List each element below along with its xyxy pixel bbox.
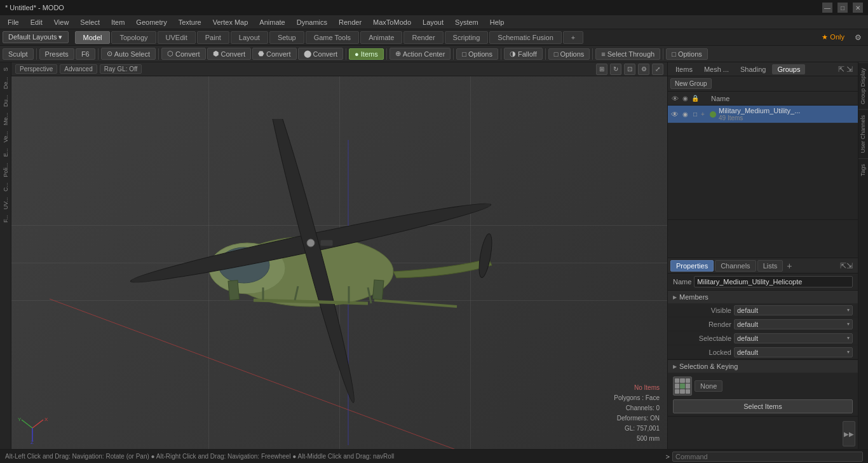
tb-f6[interactable]: F6 xyxy=(76,48,95,60)
viewport-advanced[interactable]: Advanced xyxy=(60,64,97,74)
left-tab-e[interactable]: E... xyxy=(1,146,10,160)
tab-scripting[interactable]: Scripting xyxy=(445,31,489,44)
menu-animate[interactable]: Animate xyxy=(254,17,290,27)
right-vtab-user-channels[interactable]: User Channels xyxy=(858,109,868,158)
viewport-settings-icon[interactable]: ⚙ xyxy=(638,64,649,75)
tb-auto-select[interactable]: ⊙ Auto Select xyxy=(101,48,156,60)
props-name-input[interactable] xyxy=(694,276,853,287)
menu-system[interactable]: System xyxy=(450,17,484,27)
tb-convert-4[interactable]: ⬤ Convert xyxy=(298,48,344,60)
viewport-grid-icon[interactable]: ⊡ xyxy=(624,64,635,75)
minimize-button[interactable]: — xyxy=(822,3,832,13)
gear-icon[interactable]: ⚙ xyxy=(851,31,865,44)
auto-select-icon: ⊙ xyxy=(107,50,112,58)
viewport-expand-icon[interactable]: ⤢ xyxy=(652,64,663,75)
layout-dropdown[interactable]: Default Layouts ▾ xyxy=(3,31,69,43)
viewport-rotate-icon[interactable]: ↻ xyxy=(610,64,621,75)
render-dropdown[interactable]: default ▾ xyxy=(734,319,853,329)
tab-render[interactable]: Render xyxy=(403,31,443,44)
menu-maxtomodo[interactable]: MaxToModo xyxy=(368,17,416,27)
tb-options-1[interactable]: □ Options xyxy=(456,48,498,60)
left-tab-uv[interactable]: UV... xyxy=(1,195,10,212)
panel-tab-groups[interactable]: Groups xyxy=(772,64,805,74)
tab-paint[interactable]: Paint xyxy=(197,31,229,44)
viewport-fit-icon[interactable]: ⊞ xyxy=(596,64,607,75)
viewport-ray-gl[interactable]: Ray GL: Off xyxy=(100,64,142,74)
panel-expand-icon[interactable]: ⇱ ⇲ xyxy=(836,65,855,74)
menu-select[interactable]: Select xyxy=(75,17,105,27)
tab-add[interactable]: + xyxy=(563,31,583,44)
menu-geometry[interactable]: Geometry xyxy=(131,17,172,27)
tb-select-through[interactable]: ≡ Select Through xyxy=(595,48,660,60)
prop-tab-expand[interactable]: ⇱⇲ xyxy=(837,261,855,270)
left-tab-de[interactable]: De... xyxy=(1,74,10,92)
panel-tab-items[interactable]: Items xyxy=(670,64,698,74)
panel-tab-shading[interactable]: Shading xyxy=(735,64,771,74)
left-tab-poli[interactable]: Poli... xyxy=(1,160,10,180)
tab-setup[interactable]: Setup xyxy=(269,31,304,44)
group-name: Military_Medium_Utility_... xyxy=(719,107,855,114)
none-button[interactable]: None xyxy=(695,380,722,392)
new-group-button[interactable]: New Group xyxy=(670,78,712,89)
prop-tab-channels[interactable]: Channels xyxy=(715,260,756,272)
tab-uvedit[interactable]: UVEdit xyxy=(158,31,196,44)
menu-dynamics[interactable]: Dynamics xyxy=(292,17,332,27)
menu-vertex-map[interactable]: Vertex Map xyxy=(208,17,254,27)
sel-keying-header[interactable]: ▶ Selection & Keying xyxy=(668,360,858,373)
sel-grid-cell xyxy=(686,389,690,394)
tb-items[interactable]: ● Items xyxy=(349,48,384,60)
tb-presets[interactable]: Presets xyxy=(39,48,74,60)
tab-topology[interactable]: Topology xyxy=(111,31,156,44)
menu-layout[interactable]: Layout xyxy=(417,17,449,27)
menu-texture[interactable]: Texture xyxy=(173,17,207,27)
right-vtab-tags[interactable]: Tags xyxy=(858,158,868,181)
tab-model[interactable]: Model xyxy=(75,31,111,44)
viewport-perspective[interactable]: Perspective xyxy=(15,64,57,74)
left-tab-me[interactable]: Me... xyxy=(1,110,10,128)
tb-convert-2[interactable]: ⬢ Convert xyxy=(207,48,252,60)
select-items-button[interactable]: Select Items xyxy=(673,399,853,413)
right-vtab-group-display[interactable]: Group Display xyxy=(858,62,868,109)
menu-view[interactable]: View xyxy=(49,17,74,27)
tb-convert-3[interactable]: ⬣ Convert xyxy=(252,48,297,60)
render-toggle[interactable]: ◉ xyxy=(681,111,689,118)
tb-falloff[interactable]: ◑ Falloff xyxy=(504,48,543,60)
left-tab-c[interactable]: C... xyxy=(1,180,10,194)
prop-tab-add[interactable]: + xyxy=(784,261,794,271)
left-tab-s[interactable]: S xyxy=(1,65,10,74)
left-tab-f[interactable]: F... xyxy=(1,212,10,225)
menu-help[interactable]: Help xyxy=(485,17,510,27)
menu-render[interactable]: Render xyxy=(334,17,367,27)
tb-convert-1[interactable]: ⬡ Convert xyxy=(161,48,206,60)
tab-schematic-fusion[interactable]: Schematic Fusion xyxy=(489,31,561,44)
panel-arrow-button[interactable]: ▶▶ xyxy=(843,421,855,446)
menu-edit[interactable]: Edit xyxy=(25,17,48,27)
selectable-dropdown[interactable]: default ▾ xyxy=(734,333,853,343)
tb-options-2[interactable]: □ Options xyxy=(548,48,590,60)
maximize-button[interactable]: □ xyxy=(837,3,848,13)
members-header[interactable]: ▶ Members xyxy=(668,291,858,303)
panel-tab-mesh[interactable]: Mesh ... xyxy=(699,64,734,74)
tab-animate[interactable]: Animate xyxy=(360,31,402,44)
menu-file[interactable]: File xyxy=(3,17,24,27)
expand-toggle[interactable]: + xyxy=(701,111,709,118)
3d-viewport[interactable]: No Items Polygons : Face Channels: 0 Def… xyxy=(11,76,667,449)
tb-sculpt[interactable]: Sculpt xyxy=(3,48,34,60)
command-input[interactable] xyxy=(672,452,863,462)
prop-tab-lists[interactable]: Lists xyxy=(757,260,783,272)
visible-dropdown[interactable]: default ▾ xyxy=(734,305,853,315)
toolbar-separator-2 xyxy=(98,48,98,60)
locked-dropdown[interactable]: default ▾ xyxy=(734,347,853,357)
lock-toggle[interactable]: □ xyxy=(691,111,700,118)
close-button[interactable]: ✕ xyxy=(853,3,863,13)
prop-tab-properties[interactable]: Properties xyxy=(670,260,714,272)
tb-options-3[interactable]: □ Options xyxy=(666,48,708,60)
menu-item[interactable]: Item xyxy=(106,17,130,27)
eye-toggle[interactable]: 👁 xyxy=(670,110,679,119)
left-tab-ve[interactable]: Ve... xyxy=(1,128,10,145)
tab-layout[interactable]: Layout xyxy=(231,31,268,44)
left-tab-du[interactable]: Du... xyxy=(1,92,10,109)
group-item-military[interactable]: 👁 ◉ □ + Military_Medium_Utility_... 49 I… xyxy=(668,106,858,123)
tab-game-tools[interactable]: Game Tools xyxy=(306,31,360,44)
tb-action-center[interactable]: ⊕ Action Center xyxy=(390,48,451,60)
